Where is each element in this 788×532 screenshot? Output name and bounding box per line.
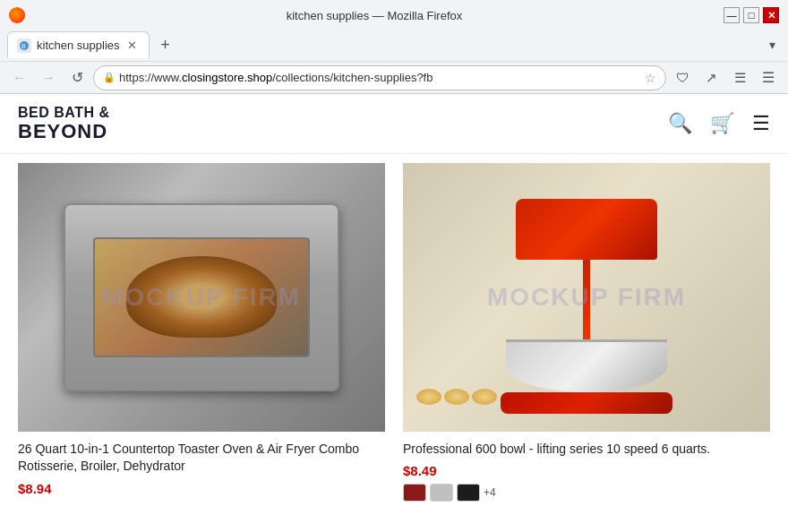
swatch-silver[interactable] — [430, 484, 453, 502]
site-logo[interactable]: BED BATH & BEYOND — [18, 105, 109, 142]
product-area: MOCKUP FIRM 26 Quart 10-in-1 Countertop … — [0, 154, 788, 508]
hamburger-menu-icon[interactable]: ☰ — [752, 112, 770, 135]
product-card-2[interactable]: MOCKUP FIRM Professional 600 bowl - lift… — [403, 163, 770, 508]
tab-close-button[interactable]: ✕ — [125, 39, 140, 53]
close-button[interactable]: ✕ — [763, 7, 779, 23]
logo-line2: BEYOND — [18, 121, 109, 142]
product-image-1: MOCKUP FIRM — [18, 163, 385, 432]
swatch-red[interactable] — [403, 484, 426, 502]
tab-label: kitchen supplies — [37, 39, 120, 52]
address-input[interactable]: 🔒 https://www.closingstore.shop/collecti… — [93, 65, 666, 90]
product-image-2: MOCKUP FIRM — [403, 163, 770, 432]
refresh-button[interactable]: ↺ — [64, 65, 90, 90]
share-icon[interactable]: ↗ — [698, 65, 724, 90]
swatch-more[interactable]: +4 — [484, 486, 496, 499]
new-tab-button[interactable]: + — [153, 32, 178, 57]
color-swatches: +4 — [403, 484, 770, 502]
toolbar-icons: 🛡 ↗ ☰ ☰ — [670, 65, 781, 90]
forward-button[interactable]: → — [36, 65, 61, 90]
maximize-button[interactable]: □ — [743, 7, 759, 23]
bookmark-icon[interactable]: ☆ — [645, 71, 656, 85]
product-grid: MOCKUP FIRM 26 Quart 10-in-1 Countertop … — [18, 154, 770, 508]
search-icon[interactable]: 🔍 — [668, 112, 692, 135]
product-title-1: 26 Quart 10-in-1 Countertop Toaster Oven… — [18, 441, 385, 476]
url-domain: closingstore.shop — [182, 71, 272, 84]
title-bar: kitchen supplies — Mozilla Firefox — □ ✕ — [0, 0, 788, 29]
browser-menu-button[interactable]: ☰ — [756, 65, 781, 90]
minimize-button[interactable]: — — [724, 7, 740, 23]
pastries-decoration — [416, 389, 497, 405]
svg-text:B: B — [21, 43, 26, 49]
product-title-2: Professional 600 bowl - lifting series 1… — [403, 441, 770, 459]
product-price-2: $8.49 — [403, 463, 770, 478]
product-info-1: 26 Quart 10-in-1 Countertop Toaster Oven… — [18, 432, 385, 502]
firefox-icon — [9, 7, 25, 23]
tab-list-button[interactable]: ▾ — [763, 36, 781, 54]
address-bar: ← → ↺ 🔒 https://www.closingstore.shop/co… — [0, 61, 788, 93]
product-price-1: $8.94 — [18, 481, 385, 496]
lock-icon: 🔒 — [103, 72, 116, 83]
window-title: kitchen supplies — Mozilla Firefox — [25, 9, 724, 22]
product-info-2: Professional 600 bowl - lifting series 1… — [403, 432, 770, 508]
swatch-black[interactable] — [457, 484, 480, 502]
url-before: https://www. — [119, 71, 182, 84]
site-header: BED BATH & BEYOND 🔍 🛒 ☰ — [0, 94, 788, 154]
url-after: /collections/kitchen-supplies?fb — [272, 71, 433, 84]
tab-bar: B kitchen supplies ✕ + ▾ — [0, 29, 788, 61]
cart-icon[interactable]: 🛒 — [710, 112, 734, 135]
logo-line1: BED BATH & — [18, 105, 109, 121]
back-button[interactable]: ← — [7, 65, 32, 90]
extensions-icon[interactable]: ☰ — [727, 65, 752, 90]
header-icons: 🔍 🛒 ☰ — [668, 112, 770, 135]
shield-icon[interactable]: 🛡 — [670, 65, 695, 90]
product-card-1[interactable]: MOCKUP FIRM 26 Quart 10-in-1 Countertop … — [18, 163, 385, 508]
tab-favicon: B — [17, 39, 31, 53]
url-text: https://www.closingstore.shop/collection… — [119, 71, 641, 84]
window-controls: — □ ✕ — [724, 7, 779, 23]
active-tab[interactable]: B kitchen supplies ✕ — [7, 31, 150, 58]
browser-chrome: kitchen supplies — Mozilla Firefox — □ ✕… — [0, 0, 788, 94]
